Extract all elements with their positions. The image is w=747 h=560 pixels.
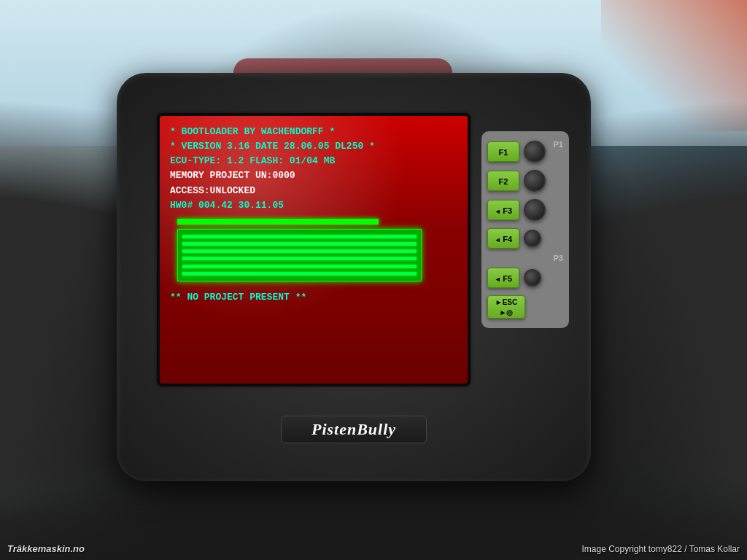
dial-3[interactable] (524, 199, 546, 221)
f2-row: F2 (487, 170, 563, 192)
footer-right: Image Copyright tomy822 / Tomas Kollar (581, 544, 740, 554)
esc-button[interactable]: ►ESC ►◎ (487, 295, 525, 319)
esc-row: ►ESC ►◎ (487, 295, 563, 319)
f5-row: F5 (487, 268, 563, 288)
dial-2[interactable] (524, 170, 546, 192)
f5-button[interactable]: F5 (487, 268, 519, 288)
esc-line2: ►◎ (488, 308, 525, 318)
progress-line-1 (182, 235, 417, 238)
screen-line-5: ACCESS:UNLOCKED (170, 184, 457, 198)
f4-row: F4 (487, 228, 563, 249)
progress-bar-top (177, 219, 379, 225)
footer-left: Trâkkemaskin.no (7, 543, 85, 554)
screen-line-6: HW0# 004.42 30.11.05 (170, 198, 457, 213)
screen-bezel: * BOOTLOADER BY WACHENDORFF * * VERSION … (157, 113, 471, 386)
screen-line-3: ECU-TYPE: 1.2 FLASH: 01/04 MB (170, 154, 457, 168)
lcd-screen: * BOOTLOADER BY WACHENDORFF * * VERSION … (160, 116, 468, 384)
f1-button[interactable]: F1 (487, 141, 519, 162)
dial-5[interactable] (524, 269, 541, 287)
progress-line-4 (182, 257, 417, 260)
progress-line-6 (182, 272, 417, 276)
brand-label: PistenBully (281, 416, 427, 443)
screen-line-1: * BOOTLOADER BY WACHENDORFF * (170, 125, 457, 139)
f2-button[interactable]: F2 (487, 171, 519, 191)
progress-line-3 (182, 249, 417, 253)
dial-1[interactable] (524, 141, 546, 163)
f3-button[interactable]: F3 (487, 200, 519, 220)
f1-row: F1 (487, 141, 563, 163)
f4-button[interactable]: F4 (487, 228, 519, 249)
screen-line-4: MEMORY PROJECT UN:0000 (170, 168, 457, 183)
progress-bar-group (177, 229, 422, 281)
screen-content: * BOOTLOADER BY WACHENDORFF * * VERSION … (160, 116, 468, 314)
progress-area (170, 219, 457, 281)
dial-4[interactable] (524, 230, 541, 247)
p1-label: P1 (554, 140, 563, 149)
f3-row: F3 (487, 199, 563, 221)
brand-text: PistenBully (311, 420, 396, 438)
screen-line-2: * VERSION 3.16 DATE 28.06.05 DL250 * (170, 139, 457, 154)
dashboard-unit: * BOOTLOADER BY WACHENDORFF * * VERSION … (117, 73, 591, 481)
button-panel: P1 F1 F2 F3 F4 P3 F5 ►ESC ►◎ (481, 131, 569, 328)
esc-line1: ►ESC (488, 298, 525, 308)
p3-label: P3 (487, 254, 563, 262)
screen-line-7: ** NO PROJECT PRESENT ** (170, 290, 457, 305)
progress-line-5 (182, 265, 417, 268)
progress-line-2 (182, 242, 417, 246)
